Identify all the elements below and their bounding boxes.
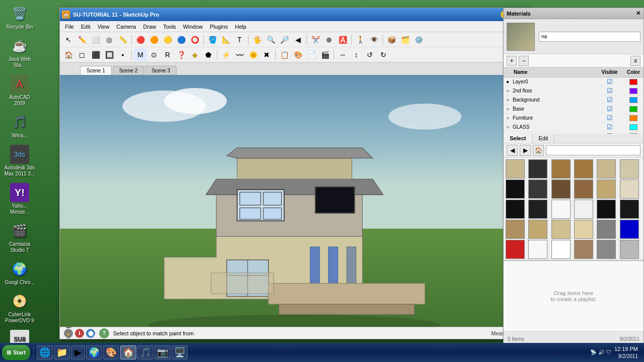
layer-radio[interactable]: ○	[504, 87, 512, 95]
taskbar-cam[interactable]: 📷	[154, 345, 171, 359]
color-swatch[interactable]	[629, 79, 637, 85]
line-tool[interactable]: 📏	[116, 33, 129, 46]
mat-swatch[interactable]	[506, 179, 525, 199]
desktop-icon-autocad[interactable]: A AutoCAD 2009	[2, 72, 37, 109]
nav-input[interactable]	[546, 145, 640, 155]
mat-swatch[interactable]	[620, 159, 639, 178]
mat-swatch[interactable]	[574, 200, 593, 219]
color-swatch[interactable]	[629, 124, 637, 130]
front-view[interactable]: 🔲	[103, 48, 116, 61]
shaded-mode[interactable]: ❓	[175, 48, 188, 61]
layer-settings[interactable]: ≡	[630, 56, 640, 66]
desktop-icon-java[interactable]: ☕ Java Web Sta...	[2, 34, 37, 70]
iso-view[interactable]: ◻	[75, 48, 89, 61]
mat-swatch[interactable]	[620, 179, 639, 199]
add-layer[interactable]: +	[507, 56, 517, 66]
mat-swatch[interactable]	[506, 240, 525, 259]
layer-color[interactable]	[623, 115, 643, 121]
menu-file[interactable]: File	[62, 23, 77, 31]
offset-tool[interactable]: ⭕	[188, 33, 201, 46]
xray-mode[interactable]: M	[134, 48, 147, 61]
tab-edit[interactable]: Edit	[532, 134, 554, 143]
mat-swatch[interactable]	[551, 220, 571, 239]
scale-tool[interactable]: 🔵	[175, 33, 188, 46]
mat-swatch[interactable]	[597, 159, 616, 178]
pan-tool[interactable]: 🖐	[251, 33, 264, 46]
mat-swatch[interactable]	[597, 200, 616, 219]
hidden-line[interactable]: R	[161, 48, 174, 61]
paint-bucket[interactable]: 🪣	[206, 33, 219, 46]
color-swatch[interactable]	[629, 115, 637, 121]
section-fill[interactable]: ✖	[260, 48, 273, 61]
layer-row[interactable]: ○ 2nd floor ☑	[504, 86, 643, 96]
layer-radio[interactable]: ○	[504, 114, 512, 122]
layer-radio[interactable]: ○	[504, 123, 512, 131]
walk-tool[interactable]: 🚶	[354, 33, 367, 46]
comp-browser[interactable]: 📋	[278, 48, 291, 61]
taskbar-wmp[interactable]: ▶	[71, 345, 85, 359]
mat-swatch[interactable]	[528, 240, 547, 259]
mat-swatch[interactable]	[551, 179, 571, 199]
menu-tools[interactable]: Tools	[160, 23, 179, 31]
scene-manager[interactable]: 🎬	[318, 48, 332, 61]
component-tool[interactable]: 📦	[385, 33, 398, 46]
orbit-tool[interactable]: ◎	[103, 33, 116, 46]
desktop-icon-3dsmax[interactable]: 3ds Autodesk 3ds Max 2011 3...	[2, 143, 37, 179]
tab-select[interactable]: Select	[504, 134, 532, 143]
shadows[interactable]: 🌞	[247, 48, 260, 61]
menu-camera[interactable]: Camera	[113, 23, 139, 31]
layer-visible[interactable]: ☑	[596, 78, 623, 85]
mat-swatch[interactable]	[506, 159, 525, 178]
menu-help[interactable]: Help	[232, 23, 250, 31]
taskbar-extra[interactable]: 🖥️	[172, 345, 188, 359]
rectangle-tool[interactable]: ⬜	[89, 33, 102, 46]
desktop-icon-yahoo[interactable]: Y! Yaho... Messe...	[2, 181, 37, 217]
menu-view[interactable]: View	[95, 23, 113, 31]
scene-tab-2[interactable]: Scene 2	[113, 66, 144, 75]
right-view[interactable]: ▪	[116, 48, 129, 61]
section-plane[interactable]: ✂️	[309, 33, 322, 46]
panel-close[interactable]: ✕	[636, 10, 640, 17]
display-settings[interactable]: ⚡	[219, 48, 232, 61]
zoom-tool[interactable]: 🔍	[264, 33, 277, 46]
mat-swatch[interactable]	[528, 220, 547, 239]
color-swatch[interactable]	[629, 106, 637, 112]
wireframe-mode[interactable]: ⊙	[147, 48, 160, 61]
taskbar-paint[interactable]: 🎨	[103, 345, 119, 359]
layer-visible[interactable]: ☑	[596, 105, 623, 113]
mat-swatch[interactable]	[551, 159, 571, 178]
layer-row[interactable]: ○ Background ☑	[504, 96, 643, 105]
nav-forward[interactable]: ▶	[520, 145, 531, 156]
mat-swatch[interactable]	[574, 220, 593, 239]
desktop-icon-camtasia[interactable]: 🎬 Camtasia Studio 7	[2, 219, 37, 255]
mat-swatch[interactable]	[528, 179, 547, 199]
push-pull[interactable]: 🔴	[134, 33, 147, 46]
rotate-left[interactable]: ↺	[363, 48, 376, 61]
mat-swatch[interactable]	[620, 220, 639, 239]
monochrome-mode[interactable]: ⬟	[202, 48, 215, 61]
mat-swatch[interactable]	[597, 179, 616, 199]
flip-v[interactable]: ↕	[350, 48, 363, 61]
viewport[interactable]	[60, 75, 532, 327]
left-walk[interactable]: 🚶	[61, 331, 75, 339]
zoom-extents[interactable]: 🔎	[278, 33, 291, 46]
top-view[interactable]: ⬛	[89, 48, 102, 61]
axes-tool[interactable]: ⊕	[323, 33, 336, 46]
layer-row[interactable]: ○ Base ☑	[504, 105, 643, 114]
layer-radio[interactable]: ●	[504, 78, 512, 86]
group-tool[interactable]: 🗂️	[398, 33, 412, 46]
taskbar-explorer[interactable]: 📁	[54, 345, 70, 359]
select-tool[interactable]: ↖	[62, 33, 75, 46]
mat-swatch[interactable]	[551, 200, 571, 219]
scene-tab-3[interactable]: Scene 3	[145, 66, 177, 75]
desktop-icon-chrome[interactable]: 🌍 Googl Chro...	[2, 257, 37, 288]
layer-radio[interactable]: ○	[504, 105, 512, 113]
mat-swatch[interactable]	[551, 240, 571, 259]
mat-browser[interactable]: 🎨	[291, 48, 304, 61]
layer-visible[interactable]: ☑	[596, 114, 623, 122]
mat-swatch[interactable]	[574, 179, 593, 199]
taskbar-sketchup[interactable]: 🏠	[120, 345, 136, 359]
move-tool[interactable]: 🟠	[147, 33, 160, 46]
nav-home[interactable]: 🏠	[533, 145, 544, 156]
scene-tab-1[interactable]: Scene 1	[80, 66, 112, 75]
